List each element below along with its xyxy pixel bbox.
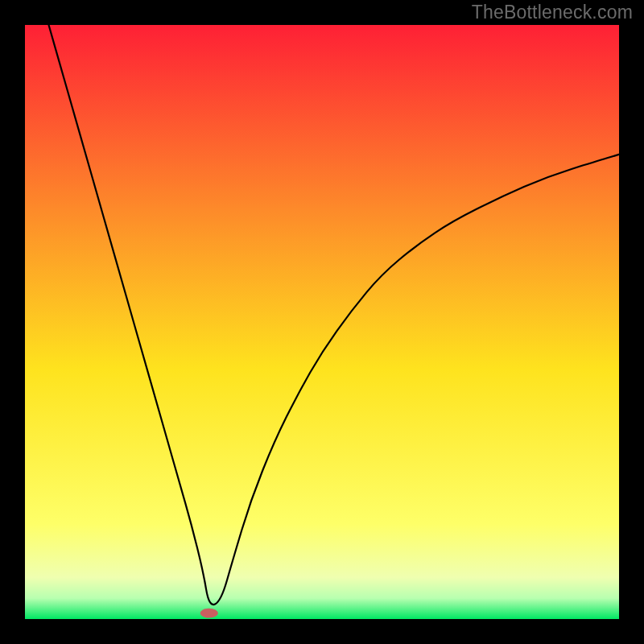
watermark-text: TheBottleneck.com bbox=[472, 2, 633, 23]
chart-frame: TheBottleneck.com bbox=[0, 0, 644, 644]
plot-area bbox=[25, 25, 619, 619]
gradient-background bbox=[25, 25, 619, 619]
plot-svg bbox=[25, 25, 619, 619]
optimal-point-marker bbox=[200, 609, 218, 618]
